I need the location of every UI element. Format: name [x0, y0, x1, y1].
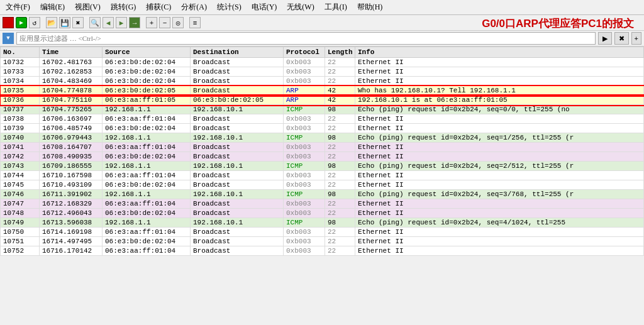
menu-phone[interactable]: 电话(Y) [250, 1, 279, 13]
cell-2: 192.168.1.1 [103, 190, 191, 199]
cell-6: Ethernet II [355, 58, 644, 67]
table-row[interactable]: 1073416704.48346906:e3:b0:de:02:04Broadc… [1, 77, 644, 86]
cell-2: 06:e3:b0:de:02:04 [103, 152, 191, 162]
menu-view[interactable]: 视图(V) [73, 1, 103, 13]
cell-1: 16716.170142 [40, 246, 103, 256]
menu-go[interactable]: 跳转(G) [109, 1, 138, 13]
cell-0: 10743 [1, 162, 40, 171]
col-protocol: Protocol [284, 47, 325, 58]
open-icon[interactable]: 📂 [46, 17, 57, 28]
zoom-out-icon[interactable]: − [159, 17, 170, 28]
table-row[interactable]: 1074616711.391902192.168.1.1192.168.10.1… [1, 190, 644, 199]
menu-edit[interactable]: 编辑(E) [38, 1, 67, 13]
cell-4: 0xb003 [284, 58, 325, 67]
table-row[interactable]: 1074216708.49093506:e3:b0:de:02:04Broadc… [1, 152, 644, 162]
cell-3: 06:e3:b0:de:02:05 [191, 96, 284, 105]
table-row[interactable]: 1075216716.17014206:e3:aa:ff:01:04Broadc… [1, 246, 644, 256]
cell-1: 16710.493109 [40, 180, 103, 190]
col-info: Info [355, 47, 644, 58]
cell-3: 192.168.10.1 [191, 162, 284, 171]
cell-4: 0xb003 [284, 124, 325, 133]
menu-help[interactable]: 帮助(H) [355, 1, 385, 13]
col-destination: Destination [191, 47, 284, 58]
search-icon[interactable]: 🔍 [89, 17, 101, 28]
cell-6: Echo (ping) request id=0x2b24, seq=1/256… [355, 133, 644, 143]
table-row[interactable]: 1074116708.16470706:e3:aa:ff:01:04Broadc… [1, 143, 644, 152]
table-row[interactable]: 1074416710.16759806:e3:aa:ff:01:04Broadc… [1, 171, 644, 180]
cell-1: 16712.496043 [40, 209, 103, 218]
cell-3: Broadcast [191, 114, 284, 124]
back-icon[interactable]: ◀ [103, 17, 114, 28]
cell-3: 192.168.10.1 [191, 105, 284, 114]
table-row[interactable]: 1074716712.16832906:e3:aa:ff:01:04Broadc… [1, 199, 644, 209]
table-row[interactable]: 1073616704.77511006:e3:aa:ff:01:0506:e3:… [1, 96, 644, 105]
menu-tools[interactable]: 工具(I) [323, 1, 349, 13]
table-row[interactable]: 1073316702.16285306:e3:b0:de:02:04Broadc… [1, 67, 644, 77]
cell-4: ICMP [284, 133, 325, 143]
col-time: Time [40, 47, 103, 58]
zoom-normal-icon[interactable]: ◎ [172, 17, 184, 28]
menu-wireless[interactable]: 无线(W) [285, 1, 316, 13]
cell-1: 16708.490935 [40, 152, 103, 162]
table-row[interactable]: 1074816712.49604306:e3:b0:de:02:04Broadc… [1, 209, 644, 218]
cell-4: 0xb003 [284, 246, 325, 256]
menu-analyze[interactable]: 分析(A) [179, 1, 209, 13]
cell-6: Ethernet II [355, 67, 644, 77]
cell-3: Broadcast [191, 143, 284, 152]
cell-1: 16704.775265 [40, 105, 103, 114]
cell-2: 06:e3:b0:de:02:04 [103, 77, 191, 86]
close-icon[interactable]: ✖ [72, 17, 84, 28]
menu-file[interactable]: 文件(F) [4, 1, 32, 13]
cell-4: 0xb003 [284, 180, 325, 190]
save-icon[interactable]: 💾 [59, 17, 70, 28]
cell-5: 22 [325, 237, 355, 246]
filter-clear-btn[interactable]: ✖ [614, 32, 629, 45]
filter-bookmark-btn[interactable]: + [631, 32, 641, 45]
table-row[interactable]: 1075016714.16919806:e3:aa:ff:01:04Broadc… [1, 228, 644, 237]
cell-1: 16702.481763 [40, 58, 103, 67]
cell-6: Ethernet II [355, 171, 644, 180]
title-annotation: G0/0口ARP代理应答PC1的报文 [482, 16, 634, 31]
columns-icon[interactable]: ≡ [189, 17, 201, 28]
cell-2: 192.168.1.1 [103, 218, 191, 228]
cell-5: 22 [325, 228, 355, 237]
cell-0: 10739 [1, 124, 40, 133]
cell-4: 0xb003 [284, 209, 325, 218]
table-row[interactable]: 1073516704.77487806:e3:b0:de:02:05Broadc… [1, 86, 644, 96]
menu-capture[interactable]: 捕获(C) [144, 1, 173, 13]
cell-2: 06:e3:b0:de:02:05 [103, 86, 191, 96]
jump-icon[interactable]: → [129, 17, 140, 28]
cell-1: 16708.164707 [40, 143, 103, 152]
packet-table: No. Time Source Destination Protocol Len… [0, 47, 644, 256]
cell-1: 16704.483469 [40, 77, 103, 86]
cell-4: ICMP [284, 162, 325, 171]
zoom-in-icon[interactable]: + [146, 17, 157, 28]
cell-3: Broadcast [191, 152, 284, 162]
table-row[interactable]: 1074016706.979443192.168.1.1192.168.10.1… [1, 133, 644, 143]
filter-apply-btn[interactable]: ▶ [598, 32, 612, 45]
cell-5: 22 [325, 209, 355, 218]
table-row[interactable]: 1073216702.48176306:e3:b0:de:02:04Broadc… [1, 58, 644, 67]
toolbar: ▶ ↺ 📂 💾 ✖ 🔍 ◀ ▶ → + − ◎ ≡ G0/0口ARP代理应答PC… [0, 15, 644, 31]
start-icon[interactable]: ▶ [16, 17, 27, 28]
cell-6: Ethernet II [355, 228, 644, 237]
table-row[interactable]: 1074316709.186555192.168.1.1192.168.10.1… [1, 162, 644, 171]
cell-4: ICMP [284, 190, 325, 199]
cell-0: 10734 [1, 77, 40, 86]
cell-2: 192.168.1.1 [103, 162, 191, 171]
filter-input[interactable] [16, 32, 596, 45]
restart-icon[interactable]: ↺ [29, 17, 40, 28]
table-row[interactable]: 1074516710.49310906:e3:b0:de:02:04Broadc… [1, 180, 644, 190]
table-row[interactable]: 1073816706.16369706:e3:aa:ff:01:04Broadc… [1, 114, 644, 124]
cell-1: 16713.596038 [40, 218, 103, 228]
table-row[interactable]: 1074916713.596038192.168.1.1192.168.10.1… [1, 218, 644, 228]
stop-icon[interactable] [3, 17, 14, 28]
table-row[interactable]: 1073916706.48574906:e3:b0:de:02:04Broadc… [1, 124, 644, 133]
cell-1: 16711.391902 [40, 190, 103, 199]
packet-list: No. Time Source Destination Protocol Len… [0, 47, 644, 292]
forward-icon[interactable]: ▶ [116, 17, 127, 28]
table-row[interactable]: 1075116714.49749506:e3:b0:de:02:04Broadc… [1, 237, 644, 246]
cell-5: 22 [325, 171, 355, 180]
menu-stats[interactable]: 统计(S) [215, 1, 243, 13]
table-row[interactable]: 1073716704.775265192.168.1.1192.168.10.1… [1, 105, 644, 114]
